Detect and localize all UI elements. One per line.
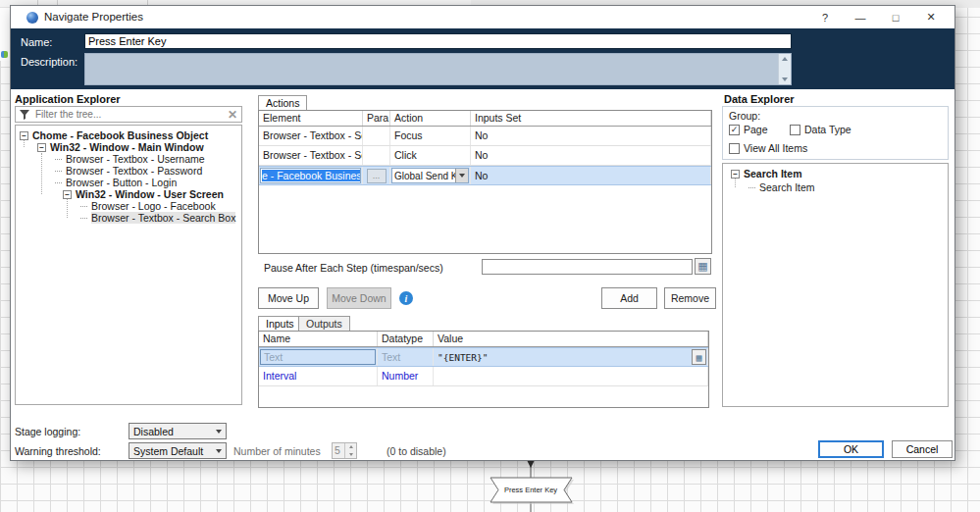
spin-down-icon[interactable] — [345, 451, 356, 459]
flow-arrowhead-icon — [527, 460, 535, 468]
close-button[interactable]: ✕ — [913, 6, 949, 28]
move-down-button[interactable]: Move Down — [327, 287, 391, 309]
tree-item-root[interactable]: − Chome - Facebook Business Object — [16, 129, 241, 141]
tab-outputs[interactable]: Outputs — [298, 316, 350, 332]
checkbox-icon[interactable]: ✓ — [729, 125, 740, 135]
background-app-edge — [0, 8, 10, 61]
tree-filter: ✕ — [15, 106, 242, 123]
chevron-down-icon — [212, 449, 226, 453]
collapse-icon[interactable]: − — [731, 170, 740, 179]
actions-table-header: Element Para... Action Inputs Set — [259, 111, 711, 127]
maximize-button[interactable]: □ — [878, 6, 913, 28]
tree-item-password[interactable]: Browser - Textbox - Password — [16, 165, 241, 177]
stage-logging-dropdown[interactable]: Disabled — [129, 423, 227, 439]
scroll-down-icon[interactable] — [782, 77, 788, 81]
actions-tab[interactable]: Actions — [258, 95, 307, 111]
dialog-title: Navigate Properties — [44, 11, 143, 23]
element-edit-cell[interactable]: e - Facebook Business Object — [260, 168, 361, 183]
column-header-inputs-set: Inputs Set — [471, 111, 711, 126]
info-icon: i — [399, 291, 413, 305]
params-ellipsis-button[interactable]: ... — [367, 169, 387, 183]
add-button[interactable]: Add — [601, 287, 657, 309]
tree-item-user-screen[interactable]: − Win32 - Window - User Screen — [16, 188, 241, 200]
data-explorer-title: Data Explorer — [724, 93, 795, 105]
column-header-name: Name — [259, 332, 378, 346]
minimize-button[interactable]: — — [843, 6, 878, 28]
scroll-up-icon[interactable] — [782, 57, 788, 61]
warning-threshold-dropdown[interactable]: System Default — [129, 442, 227, 459]
action-row[interactable]: Browser - Textbox - Searc... Focus No — [259, 127, 711, 146]
description-textarea[interactable] — [84, 53, 792, 85]
expression-calculator-icon[interactable]: ▦ — [692, 349, 706, 365]
inputs-table-header: Name Datatype Value — [259, 332, 708, 347]
minutes-spinner[interactable]: 5 — [332, 442, 357, 459]
filter-input[interactable] — [33, 108, 228, 121]
checkbox-data-type[interactable]: Data Type — [790, 124, 851, 135]
blueprism-logo-icon — [26, 12, 38, 24]
stage-logging-label: Stage logging: — [15, 426, 80, 437]
minutes-hint: (0 to disable) — [387, 445, 446, 457]
column-header-element: Element — [259, 111, 363, 126]
description-scrollbar[interactable] — [778, 54, 791, 84]
input-row-interval[interactable]: Interval Number — [259, 367, 708, 386]
expression-calculator-icon[interactable]: ▦ — [695, 258, 711, 275]
checkbox-icon[interactable] — [729, 143, 740, 154]
cancel-button[interactable]: Cancel — [892, 440, 953, 458]
spinner-arrows[interactable] — [344, 443, 356, 458]
header-band: Name: Description: — [11, 28, 954, 89]
checkbox-view-all-items[interactable]: View All Items — [729, 142, 807, 154]
group-options: Group: ✓ Page Data Type View All Items — [722, 106, 949, 160]
title-bar: Navigate Properties ? — □ ✕ — [11, 6, 954, 28]
chevron-down-icon[interactable] — [455, 169, 468, 182]
background-app-icon — [1, 51, 8, 58]
pause-label: Pause After Each Step (timespan/secs) — [264, 262, 443, 274]
name-input[interactable] — [84, 33, 792, 49]
minutes-label: Number of minutes — [233, 445, 321, 457]
ok-button[interactable]: OK — [818, 440, 884, 458]
tab-inputs[interactable]: Inputs — [258, 316, 302, 332]
tree-item-search-box[interactable]: Browser - Textbox - Search Box — [16, 212, 241, 224]
chevron-down-icon — [212, 430, 226, 434]
spin-up-icon[interactable] — [345, 443, 356, 451]
collapse-icon[interactable]: − — [63, 190, 72, 199]
input-row-text[interactable]: Text Text "{ENTER}" ▦ — [259, 347, 708, 367]
checkbox-page[interactable]: ✓ Page — [729, 124, 768, 135]
tree-item-main-window[interactable]: − Win32 - Window - Main Window — [16, 141, 241, 153]
group-label: Group: — [729, 110, 760, 122]
checkbox-icon[interactable] — [790, 125, 800, 135]
tree-item-search-item-group[interactable]: − Search Item — [723, 168, 948, 179]
column-header-value: Value — [434, 332, 708, 346]
input-name-cell[interactable]: Text — [260, 349, 376, 365]
filter-funnel-icon — [20, 110, 29, 120]
collapse-icon[interactable]: − — [20, 131, 28, 140]
column-header-datatype: Datatype — [378, 332, 434, 346]
help-button[interactable]: ? — [807, 6, 843, 28]
action-row-selected[interactable]: e - Facebook Business Object ... Global … — [259, 166, 711, 185]
pause-input[interactable] — [482, 259, 693, 275]
name-label: Name: — [21, 36, 52, 48]
column-header-action: Action — [390, 111, 471, 126]
tree-item-logo-facebook[interactable]: Browser - Logo - Facebook — [16, 200, 241, 212]
input-value[interactable]: "{ENTER}" — [438, 352, 488, 363]
warning-threshold-label: Warning threshold: — [15, 445, 101, 457]
application-tree: − Chome - Facebook Business Object − Win… — [15, 125, 242, 405]
column-header-params: Para... — [363, 111, 390, 126]
navigate-properties-dialog: Navigate Properties ? — □ ✕ Name: Descri… — [10, 5, 955, 461]
clear-filter-icon[interactable]: ✕ — [228, 108, 237, 122]
tree-item-login[interactable]: Browser - Button - Login — [16, 177, 241, 188]
move-up-button[interactable]: Move Up — [258, 287, 319, 309]
inputs-table: Name Datatype Value Text Text "{ENTER}" … — [258, 331, 709, 408]
remove-button[interactable]: Remove — [664, 287, 716, 309]
application-explorer-title: Application Explorer — [15, 93, 121, 105]
actions-table: Element Para... Action Inputs Set Browse… — [258, 110, 712, 254]
action-dropdown[interactable]: Global Send Ke — [391, 168, 469, 183]
data-items-tree: − Search Item Search Item — [722, 163, 949, 407]
collapse-icon[interactable]: − — [37, 143, 46, 152]
tree-item-username[interactable]: Browser - Textbox - Username — [16, 153, 241, 165]
description-label: Description: — [21, 56, 77, 68]
flow-node-label: Press Enter Key — [504, 486, 557, 494]
window-controls: ? — □ ✕ — [807, 6, 949, 28]
action-row[interactable]: Browser - Textbox - Searc... Click No — [259, 146, 711, 166]
tree-item-search-item[interactable]: Search Item — [723, 181, 948, 193]
